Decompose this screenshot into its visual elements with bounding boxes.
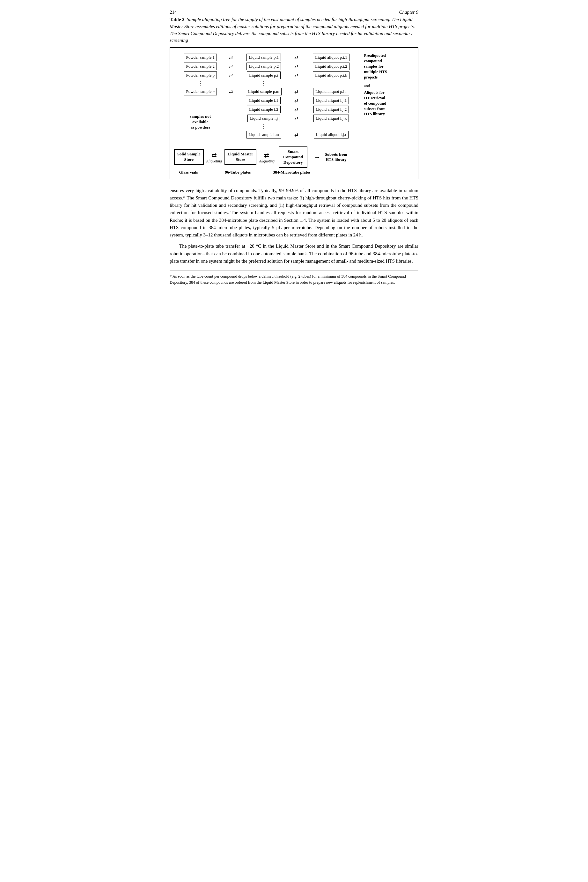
diagram-row-1: Powder sample 1 ⇄ Liquid sample p.1 ⇄ Li…	[174, 53, 414, 62]
diagram-table: Powder sample 1 ⇄ Liquid sample p.1 ⇄ Li…	[174, 53, 414, 139]
arrow-to-subsets: →	[314, 153, 320, 161]
right-notes: Prealiquotedcompoundsamples formultiple …	[361, 53, 414, 130]
box-liquid-l2: Liquid sample l.2	[247, 106, 280, 113]
liquid-master-store-box: Liquid MasterStore	[225, 149, 257, 165]
vdots-col2: ⋮	[261, 81, 266, 86]
box-aliquot-ljk: Liquid aliquot l.j.k	[314, 114, 349, 122]
box-aliquot-pi1: Liquid aliquot p.i.1	[313, 54, 349, 61]
vdots-col3: ⋮	[328, 81, 333, 86]
table-caption-text: Sample aliquoting tree for the supply of…	[170, 17, 415, 43]
aliquoting-label-2: Aliquoting	[259, 159, 274, 163]
samples-not-label: samples notavailableas powders	[175, 113, 226, 131]
box-aliquot-pi2: Liquid aliquot p.i.2	[313, 63, 349, 70]
footnote-marker: *	[170, 274, 172, 279]
microtube-plates-label: 384-Microtube plates	[273, 170, 310, 175]
smart-compound-depository-box: SmartCompoundDepository	[279, 146, 308, 168]
table-caption: Table 2 Sample aliquoting tree for the s…	[170, 16, 418, 44]
main-text: ensures very high availability of compou…	[170, 187, 418, 265]
box-powder-1: Powder sample 1	[184, 54, 217, 61]
page-number: 214 Chapter 9	[170, 10, 418, 15]
vdots-l-col2: ⋮	[261, 124, 266, 129]
box-liquid-l1: Liquid sample l.1	[247, 97, 280, 104]
box-aliquot-ljr: Liquid aliquot l.j.r	[314, 131, 348, 138]
vdots-l-col3: ⋮	[328, 124, 333, 129]
arrow-store1-to-store2: ⇄	[212, 151, 217, 159]
box-liquid-p2: Liquid sample p.2	[246, 63, 281, 70]
box-aliquot-pir: Liquid aliquot p.i.r	[313, 88, 349, 95]
arrow-1-2: ⇄	[228, 55, 234, 60]
box-liquid-pm: Liquid sample p.m	[246, 88, 282, 95]
paragraph-2: The plate-to-plate tube transfer at −20 …	[170, 242, 418, 265]
paragraph-1: ensures very high availability of compou…	[170, 187, 418, 239]
arrow-store2-to-store3: ⇄	[264, 151, 270, 159]
box-powder-2: Powder sample 2	[184, 63, 217, 70]
box-liquid-lm: Liquid sample l.m	[246, 131, 281, 138]
table-number: Table 2	[170, 17, 184, 22]
diagram-container: Powder sample 1 ⇄ Liquid sample p.1 ⇄ Li…	[170, 47, 418, 179]
subsets-label: Subsets fromHTS library	[325, 152, 347, 162]
vdots-col1: ⋮	[198, 81, 203, 86]
box-liquid-lj: Liquid sample l.j	[248, 114, 280, 122]
right-note-and: and	[364, 83, 414, 89]
footnote-text: As soon as the tube count per compound d…	[170, 274, 406, 285]
box-liquid-p1: Liquid sample p.1	[246, 54, 281, 61]
aliquoting-label-1: Aliquoting	[206, 159, 222, 163]
right-note-aliquots: Aliquots forHT-retrievalof compoundsubse…	[364, 90, 414, 117]
glass-vials-label: Glass vials	[174, 170, 203, 175]
footnote: * As soon as the tube count per compound…	[170, 270, 418, 285]
solid-sample-store-box: Solid SampleStore	[174, 149, 204, 165]
box-powder-p: Powder sample p	[184, 72, 217, 79]
box-liquid-pi: Liquid sample p.i	[247, 72, 280, 79]
tube-plates-label: 96-Tube plates	[224, 170, 252, 175]
chapter-label: Chapter 9	[399, 10, 418, 15]
box-powder-n: Powder sample n	[184, 88, 217, 95]
box-aliquot-lj2: Liquid aliquot l.j.2	[314, 106, 349, 113]
box-aliquot-lj1: Liquid aliquot l.j.1	[314, 97, 349, 104]
arrow-2-3: ⇄	[294, 55, 299, 60]
box-aliquot-pik: Liquid aliquot p.i.k	[313, 72, 349, 79]
diagram-bottom: Solid SampleStore ⇄ Aliquoting Liquid Ma…	[174, 143, 414, 175]
right-note-prealiquoted: Prealiquotedcompoundsamples formultiple …	[364, 53, 414, 80]
